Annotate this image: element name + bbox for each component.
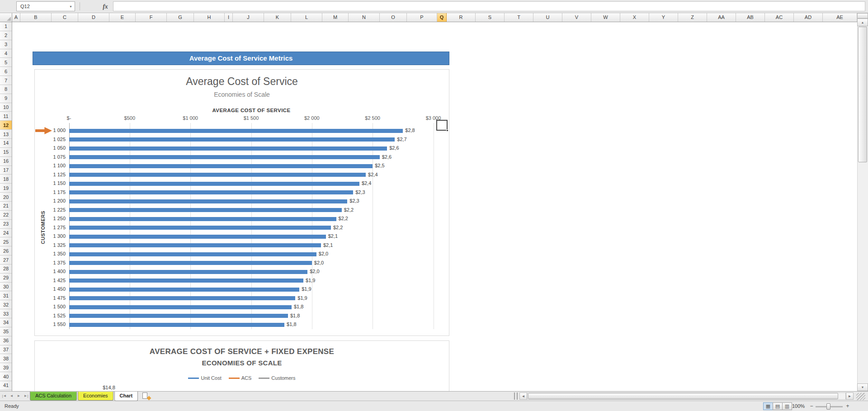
row-header-25[interactable]: 25 [0,237,12,246]
column-header-J[interactable]: J [233,13,264,22]
row-header-35[interactable]: 35 [0,327,12,336]
view-normal-button[interactable]: ▦ [763,402,773,410]
row-header-32[interactable]: 32 [0,300,12,309]
column-header-P[interactable]: P [407,13,437,22]
column-header-X[interactable]: X [620,13,649,22]
view-page-layout-button[interactable]: ▤ [773,402,783,410]
fill-handle[interactable] [446,129,448,132]
column-header-C[interactable]: C [52,13,78,22]
vertical-scrollbar-thumb[interactable] [858,27,867,162]
horizontal-scrollbar-thumb[interactable] [528,393,838,399]
tab-nav-prev-icon[interactable]: ◄ [8,392,15,400]
row-header-24[interactable]: 24 [0,229,12,238]
row-header-31[interactable]: 31 [0,292,12,301]
column-header-S[interactable]: S [476,13,505,22]
column-header-I[interactable]: I [225,13,233,22]
column-header-Q[interactable]: Q [437,13,447,22]
sheet-tab-chart[interactable]: Chart [114,392,138,401]
row-header-22[interactable]: 22 [0,211,12,220]
row-header-18[interactable]: 18 [0,175,12,184]
row-header-39[interactable]: 39 [0,363,12,372]
row-header-36[interactable]: 36 [0,336,12,345]
row-header-7[interactable]: 7 [0,76,12,85]
row-header-3[interactable]: 3 [0,40,12,49]
title-banner-shape[interactable]: Average Cost of Service Metrics [33,52,449,65]
row-header-14[interactable]: 14 [0,139,12,148]
row-header-16[interactable]: 16 [0,157,12,166]
scroll-right-button[interactable]: ► [846,392,854,400]
name-box[interactable]: Q12 [16,1,67,11]
column-header-O[interactable]: O [380,13,407,22]
row-header-29[interactable]: 29 [0,274,12,283]
column-header-G[interactable]: G [167,13,194,22]
row-header-15[interactable]: 15 [0,148,12,157]
window-resize-grip[interactable] [856,393,865,400]
column-header-K[interactable]: K [264,13,291,22]
column-header-V[interactable]: V [562,13,591,22]
scroll-up-button[interactable]: ▲ [857,19,868,26]
insert-function-icon[interactable]: fx [99,2,111,11]
column-header-E[interactable]: E [109,13,136,22]
column-header-W[interactable]: W [591,13,620,22]
column-header-Z[interactable]: Z [678,13,707,22]
column-header-AC[interactable]: AC [765,13,794,22]
row-header-30[interactable]: 30 [0,283,12,292]
column-header-AE[interactable]: AE [823,13,857,22]
column-header-M[interactable]: M [322,13,349,22]
column-header-R[interactable]: R [447,13,476,22]
row-header-9[interactable]: 9 [0,94,12,103]
row-header-21[interactable]: 21 [0,202,12,211]
row-header-40[interactable]: 40 [0,372,12,381]
row-header-26[interactable]: 26 [0,246,12,255]
tab-nav-last-icon[interactable]: ►| [23,392,29,400]
column-header-F[interactable]: F [136,13,167,22]
column-header-AD[interactable]: AD [794,13,823,22]
tab-nav-next-icon[interactable]: ► [15,392,22,400]
row-header-37[interactable]: 37 [0,345,12,354]
row-header-1[interactable]: 1 [0,22,12,31]
row-header-34[interactable]: 34 [0,318,12,327]
vertical-split-handle[interactable] [857,13,868,19]
column-header-Y[interactable]: Y [649,13,678,22]
column-header-L[interactable]: L [291,13,322,22]
row-header-10[interactable]: 10 [0,103,12,112]
zoom-slider-handle[interactable] [826,403,830,410]
zoom-out-button[interactable]: − [808,402,815,410]
row-header-6[interactable]: 6 [0,67,12,76]
zoom-level[interactable]: 100% [790,403,807,409]
row-header-12[interactable]: 12 [0,121,12,130]
scroll-left-button[interactable]: ◄ [519,392,527,400]
formula-input[interactable] [113,1,865,11]
sheet-tab-acs-calculation[interactable]: ACS Calculation [30,392,77,401]
row-header-28[interactable]: 28 [0,265,12,274]
column-header-U[interactable]: U [533,13,562,22]
row-header-41[interactable]: 41 [0,381,12,390]
row-header-8[interactable]: 8 [0,85,12,94]
row-header-4[interactable]: 4 [0,49,12,58]
tab-nav-first-icon[interactable]: |◄ [1,392,8,400]
column-header-AB[interactable]: AB [736,13,765,22]
row-header-23[interactable]: 23 [0,220,12,229]
column-header-H[interactable]: H [194,13,225,22]
row-header-38[interactable]: 38 [0,354,12,363]
row-header-11[interactable]: 11 [0,112,12,121]
zoom-in-button[interactable]: + [844,402,851,410]
insert-worksheet-button[interactable] [141,392,151,400]
row-header-17[interactable]: 17 [0,166,12,175]
row-header-2[interactable]: 2 [0,31,12,40]
column-header-B[interactable]: B [20,13,52,22]
select-all-corner[interactable] [0,13,12,22]
column-header-T[interactable]: T [505,13,533,22]
column-header-A[interactable]: A [12,13,20,22]
tab-scrollbar-splitter[interactable] [514,392,518,400]
row-header-19[interactable]: 19 [0,184,12,193]
scroll-down-button[interactable]: ▼ [857,383,868,391]
sheet-grid[interactable]: Average Cost of Service Metrics Average … [12,22,857,391]
column-header-N[interactable]: N [349,13,380,22]
row-header-13[interactable]: 13 [0,130,12,139]
row-header-20[interactable]: 20 [0,193,12,202]
name-box-dropdown-icon[interactable]: ▼ [67,1,75,11]
column-header-AA[interactable]: AA [707,13,736,22]
sheet-tab-economies[interactable]: Economies [78,392,113,401]
row-header-27[interactable]: 27 [0,255,12,265]
